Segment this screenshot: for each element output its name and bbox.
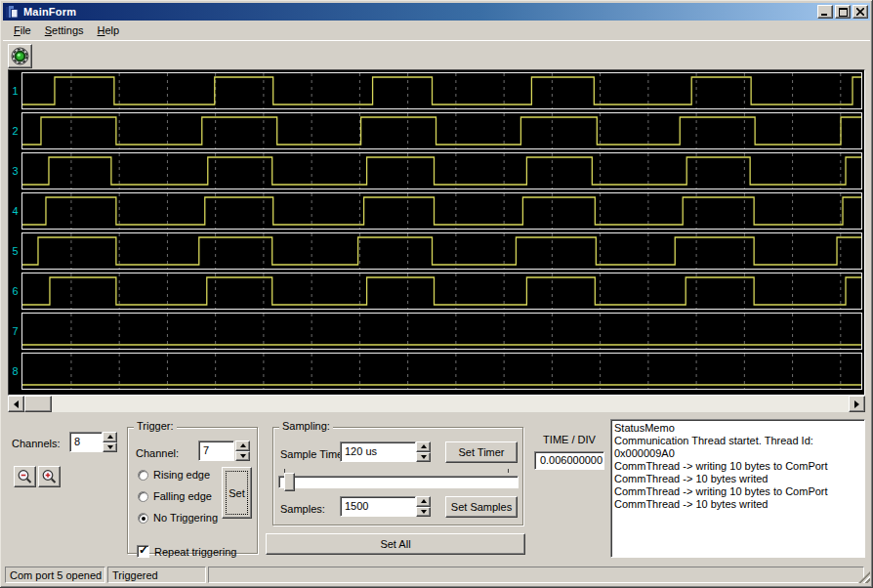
- time-div-value: 0.006000000: [534, 451, 604, 470]
- spin-down-icon[interactable]: [103, 442, 117, 453]
- channel-panel: [21, 313, 862, 350]
- repeat-triggering-checkbox[interactable]: ✓ Repeat triggering: [137, 545, 236, 558]
- title-bar[interactable]: MainForm: [3, 3, 870, 21]
- trigger-channel-label: Channel:: [136, 447, 179, 459]
- menu-file[interactable]: File: [7, 22, 38, 39]
- set-timer-label: Set Timer: [458, 446, 504, 458]
- channel-row: 6: [9, 273, 864, 310]
- channel-label: 8: [9, 353, 21, 390]
- set-all-label: Set All: [380, 538, 410, 550]
- radio-rising-edge[interactable]: Rising edge: [138, 469, 210, 481]
- samples-spinner[interactable]: [416, 496, 431, 517]
- sample-time-label: Sample Time:: [280, 448, 346, 460]
- maximize-icon: [839, 8, 848, 17]
- menu-settings[interactable]: Settings: [38, 22, 91, 39]
- waveform-plot: [22, 273, 861, 309]
- channel-panel: [21, 152, 862, 189]
- waveform-plot: [22, 233, 861, 269]
- focus-rect: [226, 471, 248, 515]
- channel-label: 5: [9, 232, 21, 270]
- spin-up-icon[interactable]: [103, 432, 117, 442]
- checkbox-label: Repeat triggering: [154, 546, 236, 558]
- channels-label: Channels:: [12, 438, 61, 449]
- channels-spinner[interactable]: [103, 432, 117, 452]
- slider-thumb[interactable]: [284, 473, 295, 491]
- maximize-button[interactable]: [835, 5, 851, 19]
- minimize-button[interactable]: [817, 5, 833, 19]
- trigger-group: Trigger: Channel: 7 Rising edge Falling …: [127, 427, 258, 554]
- spin-up-icon[interactable]: [416, 496, 431, 507]
- waveform-plot: [22, 354, 861, 389]
- menu-help[interactable]: Help: [91, 22, 127, 39]
- left-arrow-icon: [14, 400, 19, 408]
- window-buttons: [817, 5, 868, 19]
- memo-line: CommThread -> writing 10 bytes to ComPor…: [614, 485, 864, 498]
- scroll-thumb[interactable]: [24, 396, 52, 412]
- sampling-group-caption: Sampling:: [279, 420, 333, 432]
- spin-down-icon[interactable]: [235, 451, 250, 462]
- status-panel-extra: [208, 567, 864, 583]
- radio-label: Falling edge: [153, 490, 212, 502]
- spin-up-icon[interactable]: [416, 441, 431, 452]
- status-panel-trigger: Triggered: [107, 567, 206, 583]
- waveform-plot: [22, 73, 861, 108]
- memo-line: CommThread -> 10 bytes writed: [614, 473, 864, 485]
- samples-input[interactable]: 1500: [340, 496, 416, 517]
- scroll-right-button[interactable]: [849, 396, 865, 412]
- radio-falling-edge[interactable]: Falling edge: [138, 490, 212, 502]
- trigger-channel-input[interactable]: 7: [198, 441, 234, 461]
- start-acquisition-button[interactable]: [8, 44, 32, 68]
- toolbar: [3, 40, 870, 69]
- set-samples-button[interactable]: Set Samples: [445, 496, 518, 518]
- memo-line: CommThread -> writing 10 bytes to ComPor…: [614, 460, 864, 473]
- sample-time-slider[interactable]: [278, 476, 519, 488]
- app-icon: [5, 5, 21, 19]
- horizontal-scrollbar[interactable]: [8, 396, 865, 412]
- waveform-plot: [22, 314, 861, 349]
- status-bar: Com port 5 opened Triggered: [3, 565, 870, 584]
- zoom-out-button[interactable]: [14, 466, 36, 487]
- slider-tick: [508, 469, 509, 473]
- set-trigger-button[interactable]: Set: [222, 467, 252, 519]
- memo-line: CommThread -> 10 bytes writed: [614, 498, 864, 511]
- channels-input[interactable]: 8: [69, 432, 103, 452]
- close-button[interactable]: [852, 5, 868, 19]
- green-target-icon: [11, 47, 29, 65]
- spin-down-icon[interactable]: [416, 507, 431, 518]
- sample-time-spinner[interactable]: [416, 441, 431, 462]
- memo-line: 0x000009A0: [614, 447, 864, 460]
- spin-down-icon[interactable]: [416, 452, 431, 463]
- set-samples-label: Set Samples: [451, 501, 512, 513]
- samples-label: Samples:: [280, 503, 325, 515]
- radio-label: Rising edge: [153, 469, 210, 481]
- channel-label: 2: [9, 112, 21, 149]
- channel-panel: [21, 232, 862, 270]
- set-all-button[interactable]: Set All: [266, 533, 525, 555]
- trigger-channel-spinner[interactable]: [235, 441, 250, 461]
- channel-label: 6: [9, 273, 21, 310]
- status-memo[interactable]: StatusMemo Communication Thread startet.…: [610, 419, 865, 558]
- memo-line: StatusMemo: [614, 422, 864, 435]
- channel-panel: [21, 353, 862, 390]
- sampling-group: Sampling: Sample Time: 120 us Set Timer …: [272, 427, 523, 525]
- minimize-icon: [821, 8, 829, 16]
- channel-panel: [21, 112, 862, 149]
- main-window: MainForm File Settings Help: [0, 0, 873, 588]
- time-div-label: TIME / DIV: [534, 434, 604, 445]
- spin-up-icon[interactable]: [235, 441, 250, 451]
- channel-row: 8: [9, 353, 864, 390]
- check-mark-icon: ✓: [139, 543, 148, 557]
- radio-circle: [138, 491, 148, 502]
- channel-label: 4: [9, 192, 21, 230]
- checkbox-box: ✓: [137, 545, 149, 558]
- sample-time-input[interactable]: 120 us: [340, 441, 416, 462]
- menu-bar: File Settings Help: [3, 21, 870, 40]
- set-timer-button[interactable]: Set Timer: [445, 441, 518, 463]
- channel-label: 3: [9, 152, 21, 189]
- channel-row: 2: [9, 112, 864, 149]
- scroll-left-button[interactable]: [8, 396, 24, 412]
- channel-panel: [21, 273, 862, 310]
- radio-no-triggering[interactable]: No Triggering: [138, 512, 218, 524]
- controls-panel: Channels: 8 Trigger: Channel: 7: [0, 412, 873, 565]
- zoom-in-button[interactable]: [38, 466, 61, 487]
